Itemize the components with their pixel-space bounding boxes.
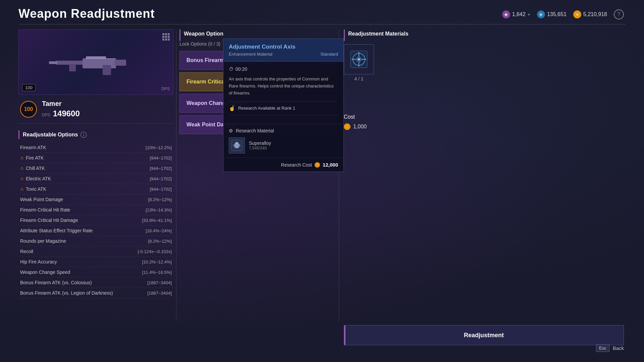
option-range: [944~1702] bbox=[150, 166, 172, 171]
research-cost-value: 12,000 bbox=[323, 162, 338, 168]
option-row[interactable]: Weak Point Damage [8.2%~12%] bbox=[18, 194, 173, 205]
option-name: Firearm Critical Hit Damage bbox=[20, 218, 78, 223]
option-row[interactable]: Recoil [-0.124x~-0.102x] bbox=[18, 246, 173, 257]
option-row[interactable]: Hip Fire Accuracy [10.2%~12.4%] bbox=[18, 257, 173, 267]
page-title: Weapon Readjustment bbox=[18, 7, 155, 21]
option-row[interactable]: Firearm Critical Hit Damage [33.8%~41.1%… bbox=[18, 215, 173, 226]
blue-icon: ◈ bbox=[537, 10, 545, 18]
readjust-btn-label: Readjustment bbox=[464, 332, 504, 339]
gold-value: 5,210,918 bbox=[583, 11, 607, 17]
option-name: Bonus Firearm ATK (vs. Legion of Darknes… bbox=[20, 290, 113, 296]
svg-rect-5 bbox=[49, 61, 57, 64]
materials-panel: Readjustment Materials 4 / 1 bbox=[344, 29, 629, 81]
warning-icon: ⚠ bbox=[20, 176, 24, 181]
tooltip-research-available: ☝ Research Available at Rank 1 bbox=[229, 101, 338, 115]
svg-rect-19 bbox=[236, 142, 238, 143]
option-row[interactable]: ⚠ Toxic ATK [944~1702] bbox=[18, 184, 173, 194]
blue-currency: ◈ 135,651 bbox=[537, 10, 567, 18]
lock-options-label: Lock Options (0 / 3) bbox=[179, 41, 220, 47]
option-range: [1887~3404] bbox=[147, 280, 172, 285]
dps-number: 149600 bbox=[53, 109, 80, 118]
cost-coin-icon bbox=[344, 123, 351, 130]
option-name: Rounds per Magazine bbox=[20, 238, 66, 244]
option-range: [944~1702] bbox=[150, 187, 172, 192]
premium-icon: ◆ bbox=[502, 10, 510, 18]
tooltip-title: Adjustment Control Axis bbox=[229, 44, 338, 50]
tooltip-cost-footer: Research Cost 12,000 bbox=[223, 158, 343, 172]
currency-bar: ◆ 1,642 + ◈ 135,651 ● 5,210,918 ? bbox=[502, 9, 624, 19]
option-row[interactable]: Bonus Firearm ATK (vs. Legion of Darknes… bbox=[18, 288, 173, 298]
esc-key[interactable]: Esc bbox=[596, 344, 609, 352]
option-range: [10%~12.2%] bbox=[146, 145, 172, 150]
option-range: [944~1702] bbox=[150, 176, 172, 181]
option-card-text: Firearm Critical bbox=[186, 79, 226, 84]
material-item: 4 / 1 bbox=[344, 44, 374, 81]
option-row[interactable]: ⚠ Electric ATK [944~1702] bbox=[18, 174, 173, 184]
weapon-level-badge: 100 bbox=[22, 84, 36, 91]
option-row[interactable]: Rounds per Magazine [8.2%~12%] bbox=[18, 236, 173, 246]
tooltip-popup: Adjustment Control Axis Enhancement Mate… bbox=[223, 39, 344, 172]
option-row[interactable]: Attribute Status Effect Trigger Rate [16… bbox=[18, 226, 173, 236]
option-name: Firearm Critical Hit Rate bbox=[20, 207, 70, 213]
research-material-row: Superalloy 7,545/340 bbox=[229, 137, 338, 154]
option-name: Recoil bbox=[20, 249, 33, 254]
option-row[interactable]: Weapon Change Speed [11.4%~16.5%] bbox=[18, 267, 173, 278]
materials-title: Readjustment Materials bbox=[348, 31, 409, 37]
option-range: [16.4%~24%] bbox=[146, 228, 172, 233]
option-name: Weapon Change Speed bbox=[20, 269, 70, 275]
warning-icon: ⚠ bbox=[20, 187, 24, 191]
option-row[interactable]: Firearm ATK [10%~12.2%] bbox=[18, 142, 173, 153]
tooltip-header: Adjustment Control Axis Enhancement Mate… bbox=[223, 39, 343, 62]
option-row[interactable]: ⚠ Chill ATK [944~1702] bbox=[18, 163, 173, 174]
option-name: ⚠ Chill ATK bbox=[20, 166, 45, 171]
info-icon[interactable]: i bbox=[80, 132, 87, 138]
superalloy-icon bbox=[231, 139, 243, 152]
title-divider bbox=[18, 24, 626, 24]
svg-point-15 bbox=[358, 58, 360, 60]
option-range: [10.2%~12.4%] bbox=[142, 259, 172, 264]
option-name: ⚠ Fire ATK bbox=[20, 155, 44, 161]
tooltip-description: An axis that controls the properties of … bbox=[229, 76, 338, 97]
research-label: ⚙ Research Material bbox=[229, 128, 338, 133]
svg-rect-7 bbox=[86, 58, 116, 59]
option-row[interactable]: Bonus Firearm ATK (vs. Colossus) [1887~3… bbox=[18, 278, 173, 288]
dps-label: DPS bbox=[42, 113, 50, 117]
svg-rect-18 bbox=[235, 143, 239, 148]
premium-value: 1,642 bbox=[512, 11, 526, 17]
option-range: [944~1702] bbox=[150, 156, 172, 161]
cost-amount: 1,000 bbox=[353, 124, 367, 130]
readjustable-options: Readjustable Options i Firearm ATK [10%~… bbox=[18, 130, 173, 298]
esc-back: Esc Back bbox=[596, 344, 624, 352]
tooltip-standard: Standard bbox=[320, 52, 338, 57]
premium-currency: ◆ 1,642 + bbox=[502, 10, 530, 18]
option-name: Firearm ATK bbox=[20, 145, 46, 150]
left-divider bbox=[176, 29, 176, 321]
option-name: ⚠ Toxic ATK bbox=[20, 186, 46, 192]
gold-icon: ● bbox=[573, 10, 581, 18]
option-name: Attribute Status Effect Trigger Rate bbox=[20, 228, 93, 233]
option-range: [33.8%~41.1%] bbox=[142, 218, 172, 223]
research-cost-coin bbox=[315, 162, 320, 168]
option-range: [11.4%~16.5%] bbox=[142, 270, 172, 275]
gold-currency: ● 5,210,918 bbox=[573, 10, 607, 18]
option-row[interactable]: ⚠ Fire ATK [944~1702] bbox=[18, 153, 173, 163]
grid-icon bbox=[162, 33, 170, 41]
option-name: Bonus Firearm ATK (vs. Colossus) bbox=[20, 280, 92, 285]
hand-icon: ☝ bbox=[229, 105, 235, 111]
tooltip-time-value: 00:20 bbox=[235, 66, 247, 72]
tooltip-subtitle: Enhancement Material bbox=[229, 52, 272, 57]
tooltip-subtitle-row: Enhancement Material Standard bbox=[229, 52, 338, 57]
tooltip-body: ⏱ 00:20 An axis that controls the proper… bbox=[223, 62, 343, 124]
premium-plus: + bbox=[528, 12, 530, 17]
help-button[interactable]: ? bbox=[614, 9, 624, 19]
materials-header: Readjustment Materials bbox=[344, 29, 629, 41]
weapon-name-block: Tamer DPS 149600 bbox=[42, 100, 80, 118]
blue-value: 135,651 bbox=[547, 11, 567, 17]
option-range: [13%~14.3%] bbox=[146, 207, 172, 213]
readjustment-button[interactable]: Readjustment bbox=[344, 325, 624, 345]
option-range: [1887~3404] bbox=[147, 291, 172, 296]
option-name: Hip Fire Accuracy bbox=[20, 259, 57, 264]
option-row[interactable]: Firearm Critical Hit Rate [13%~14.3%] bbox=[18, 205, 173, 215]
warning-icon: ⚠ bbox=[20, 166, 24, 171]
clock-icon: ⏱ bbox=[229, 66, 233, 72]
